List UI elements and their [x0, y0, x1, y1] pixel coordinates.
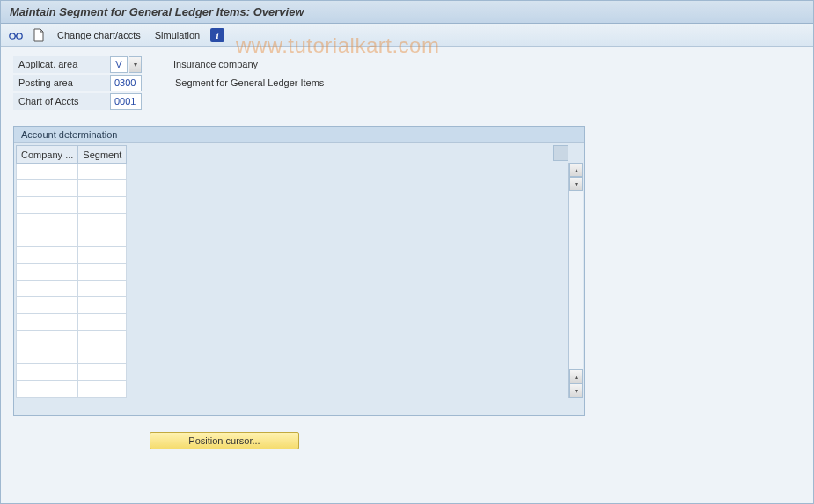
header-fields: Applicat. area V ▾ Insurance company Pos…	[13, 55, 801, 110]
svg-point-1	[17, 33, 22, 38]
cell-segment[interactable]	[78, 230, 127, 247]
table-row[interactable]	[17, 331, 127, 347]
cell-company[interactable]	[17, 331, 78, 347]
chart-of-accts-value[interactable]: 0001	[110, 93, 142, 110]
field-applicat-area: Applicat. area V ▾ Insurance company	[13, 55, 801, 73]
cell-segment[interactable]	[78, 381, 127, 398]
cell-company[interactable]	[17, 247, 78, 264]
col-company-header[interactable]: Company ...	[17, 146, 78, 164]
table-row[interactable]	[17, 214, 127, 230]
cell-segment[interactable]	[78, 214, 127, 230]
info-icon[interactable]: i	[210, 28, 224, 42]
table-row[interactable]	[17, 230, 127, 247]
scroll-step-down-icon[interactable]: ▾	[569, 177, 583, 191]
applicat-area-value[interactable]: V	[110, 56, 128, 73]
title-bar: Maintain Segment for General Ledger Item…	[1, 1, 813, 24]
cell-company[interactable]	[17, 347, 78, 364]
table-row[interactable]	[17, 297, 127, 314]
cell-segment[interactable]	[78, 197, 127, 214]
scroll-step-up-icon[interactable]: ▴	[569, 369, 583, 383]
vertical-scrollbar[interactable]: ▴ ▾ ▴ ▾	[568, 163, 583, 398]
scroll-down-icon[interactable]: ▾	[569, 383, 583, 398]
applicat-area-dropdown[interactable]: ▾	[129, 56, 142, 73]
table-row[interactable]	[17, 247, 127, 264]
account-table: Company ... Segment	[16, 145, 127, 398]
cell-company[interactable]	[17, 197, 78, 214]
cell-company[interactable]	[17, 180, 78, 197]
table-spacer	[127, 145, 568, 398]
scroll-up-icon[interactable]: ▴	[569, 163, 583, 177]
field-posting-area: Posting area 0300 Segment for General Le…	[13, 74, 801, 91]
table-wrap: Company ... Segment ▴ ▾ ▴ ▾	[16, 145, 583, 398]
table-row[interactable]	[17, 197, 127, 214]
svg-point-0	[10, 33, 15, 38]
simulation-button[interactable]: Simulation	[151, 28, 203, 42]
change-chart-button[interactable]: Change chart/accts	[54, 28, 144, 42]
table-row[interactable]	[17, 281, 127, 297]
field-chart-of-accts: Chart of Accts 0001	[13, 92, 801, 110]
table-row[interactable]	[17, 180, 127, 197]
posting-area-desc: Segment for General Ledger Items	[168, 76, 331, 90]
cell-segment[interactable]	[78, 164, 127, 180]
table-corner-config[interactable]	[553, 145, 568, 161]
cell-company[interactable]	[17, 381, 78, 398]
new-page-icon[interactable]	[31, 27, 47, 43]
cell-segment[interactable]	[78, 297, 127, 314]
table-row[interactable]	[17, 347, 127, 364]
chart-of-accts-label: Chart of Accts	[13, 93, 110, 110]
cell-segment[interactable]	[78, 347, 127, 364]
applicat-area-label: Applicat. area	[13, 56, 110, 73]
posting-area-value[interactable]: 0300	[110, 75, 142, 91]
toolbar: Change chart/accts Simulation i	[1, 24, 813, 47]
cell-company[interactable]	[17, 214, 78, 230]
cell-segment[interactable]	[78, 281, 127, 297]
table-row[interactable]	[17, 381, 127, 398]
cell-segment[interactable]	[78, 364, 127, 381]
cell-company[interactable]	[17, 264, 78, 281]
cell-company[interactable]	[17, 281, 78, 297]
glasses-icon[interactable]	[8, 27, 24, 43]
table-row[interactable]	[17, 364, 127, 381]
cell-company[interactable]	[17, 164, 78, 180]
panel-title: Account determination	[14, 127, 584, 143]
content-area: Applicat. area V ▾ Insurance company Pos…	[1, 47, 813, 503]
table-row[interactable]	[17, 314, 127, 331]
cell-segment[interactable]	[78, 247, 127, 264]
cell-company[interactable]	[17, 364, 78, 381]
table-row[interactable]	[17, 264, 127, 281]
cell-company[interactable]	[17, 314, 78, 331]
account-determination-panel: Account determination Company ... Segmen…	[13, 126, 585, 416]
cell-segment[interactable]	[78, 180, 127, 197]
page-title: Maintain Segment for General Ledger Item…	[10, 5, 304, 18]
table-row[interactable]	[17, 164, 127, 180]
cell-segment[interactable]	[78, 264, 127, 281]
cell-company[interactable]	[17, 297, 78, 314]
posting-area-label: Posting area	[13, 75, 110, 91]
applicat-area-desc: Insurance company	[166, 57, 265, 71]
position-cursor-button[interactable]: Position cursor...	[150, 432, 299, 449]
cell-segment[interactable]	[78, 314, 127, 331]
cell-company[interactable]	[17, 230, 78, 247]
scroll-track[interactable]	[569, 191, 583, 369]
col-segment-header[interactable]: Segment	[78, 146, 127, 164]
cell-segment[interactable]	[78, 331, 127, 347]
